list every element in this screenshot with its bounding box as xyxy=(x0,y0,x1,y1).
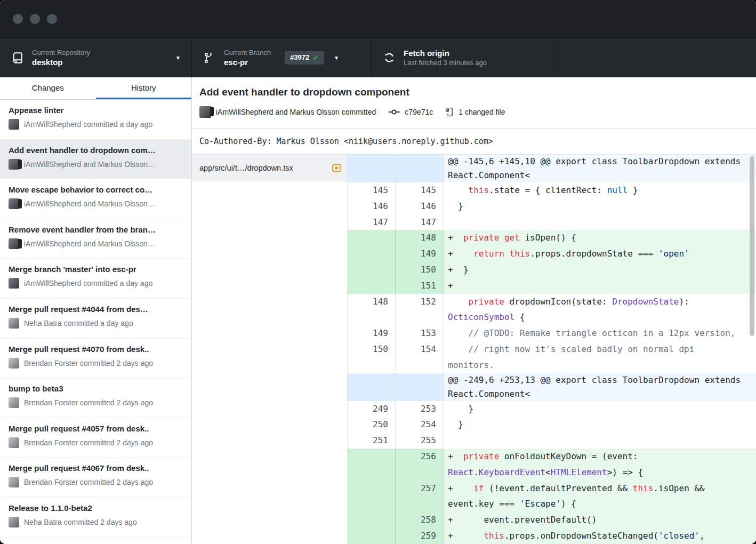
toolbar: Current Repository desktop ▼ Current Bra… xyxy=(0,37,756,77)
new-line-number xyxy=(396,155,444,182)
fetch-origin-button[interactable]: Fetch origin Last fetched 3 minutes ago xyxy=(372,38,554,77)
old-line-number: 147 xyxy=(348,214,396,230)
commit-item-title: Remove event handler from the bran… xyxy=(9,225,183,234)
commit-item-title: Release to 1.1.0-beta2 xyxy=(9,503,183,513)
new-line-number: 154 xyxy=(396,341,444,373)
old-line-number: 251 xyxy=(348,433,396,449)
avatar xyxy=(9,198,19,209)
sync-icon xyxy=(383,52,396,63)
branch-dropdown-button[interactable]: Current Branch esc-pr #3972 ✓ ▼ xyxy=(192,38,372,77)
commit-list-item[interactable]: Merge pull request #4056 from desk.. xyxy=(0,538,191,544)
commit-item-byline: Brendan Forster committed 2 days ago xyxy=(24,398,153,407)
new-line-number: 254 xyxy=(396,417,444,433)
old-line-number xyxy=(348,155,396,182)
commit-list-item[interactable]: Remove event handler from the bran…iAmWi… xyxy=(0,219,191,259)
diff-scrollbar-thumb[interactable] xyxy=(750,156,754,336)
repository-label: Current Repository xyxy=(32,48,90,57)
new-line-number xyxy=(396,373,444,401)
commit-item-title: Merge pull request #4070 from desk.. xyxy=(9,345,183,354)
old-line-number: 146 xyxy=(348,198,396,214)
commit-item-byline: Brendan Forster committed 2 days ago xyxy=(24,478,153,486)
diff-line-content: + this.props.onDropdownStateChanged('clo… xyxy=(444,528,756,544)
avatar xyxy=(9,437,19,448)
diff-line-content: } xyxy=(444,198,756,214)
commit-item-title: Merge branch 'master' into esc-pr xyxy=(9,265,183,274)
diff-row: 149153 // @TODO: Remake triangle octicon… xyxy=(348,325,756,341)
file-path: app/src/ui/t…/dropdown.tsx xyxy=(199,164,332,172)
commit-item-meta: Brendan Forster committed 2 days ago xyxy=(9,437,183,448)
app-window: Current Repository desktop ▼ Current Bra… xyxy=(0,0,756,544)
new-line-number: 149 xyxy=(396,246,444,262)
diff-row: @@ -145,6 +145,10 @@ export class Toolba… xyxy=(348,155,756,182)
old-line-number xyxy=(348,449,396,481)
diff-row: @@ -249,6 +253,13 @@ export class Toolba… xyxy=(348,373,756,401)
diff-line-content: + xyxy=(444,278,756,294)
new-line-number: 151 xyxy=(396,278,444,294)
commit-list-item[interactable]: Merge branch 'master' into esc-priAmWill… xyxy=(0,259,191,299)
commit-item-byline: Brendan Forster committed 2 days ago xyxy=(24,359,153,367)
diff-line-content xyxy=(444,433,756,449)
diff-line-content xyxy=(444,214,756,230)
new-line-number: 257 xyxy=(396,481,444,513)
chevron-down-icon: ▼ xyxy=(175,55,181,61)
diff-row: 148152 private dropdownIcon(state: Dropd… xyxy=(348,294,756,326)
commit-icon xyxy=(388,108,400,116)
tab-history[interactable]: History xyxy=(96,77,192,99)
commit-item-title: Merge pull request #4057 from desk.. xyxy=(9,424,183,433)
commit-list-item[interactable]: Appease linteriAmWillShepherd committed … xyxy=(0,100,191,140)
diff-row: 151+ xyxy=(348,278,756,294)
chevron-down-icon: ▼ xyxy=(334,55,339,61)
titlebar[interactable] xyxy=(0,0,756,37)
commit-list-item[interactable]: Merge pull request #4057 from desk..Bren… xyxy=(0,418,191,458)
avatar xyxy=(9,119,19,130)
avatar xyxy=(9,159,19,170)
commit-list-item[interactable]: Merge pull request #4067 from desk..Bren… xyxy=(0,458,191,498)
new-line-number: 146 xyxy=(396,198,444,214)
commit-sha[interactable]: c79e71c xyxy=(405,108,433,116)
commit-list-item[interactable]: Release to 1.1.0-beta2Neha Batra committ… xyxy=(0,498,191,538)
commit-item-meta: Brendan Forster committed 2 days ago xyxy=(9,358,183,369)
commit-list-item[interactable]: Merge pull request #4044 from des…Neha B… xyxy=(0,299,191,339)
new-line-number: 259 xyxy=(396,528,444,544)
commit-item-byline: Brendan Forster committed 2 days ago xyxy=(24,438,153,447)
commit-item-meta: Neha Batra committed a day ago xyxy=(9,318,183,329)
branch-label: Current Branch xyxy=(224,48,271,57)
minimize-button[interactable] xyxy=(30,14,40,24)
zoom-button[interactable] xyxy=(47,14,57,24)
history-sidebar: Changes History Appease linteriAmWillShe… xyxy=(0,77,192,544)
commit-list-item[interactable]: Add event handler to dropdown com…iAmWil… xyxy=(0,140,191,180)
diff-row: 148+ private get isOpen() { xyxy=(348,230,756,246)
old-line-number: 148 xyxy=(348,294,396,326)
commit-list-item[interactable]: bump to beta3Brendan Forster committed 2… xyxy=(0,378,191,418)
avatar xyxy=(9,397,19,408)
avatar xyxy=(9,238,19,249)
file-row[interactable]: app/src/ui/t…/dropdown.tsx xyxy=(192,155,347,181)
changed-files-list: app/src/ui/t…/dropdown.tsx xyxy=(192,155,348,544)
commit-item-title: bump to beta3 xyxy=(9,384,183,393)
commit-item-byline: iAmWillShepherd and Markus Olsson… xyxy=(24,160,155,169)
commit-item-byline: Neha Batra committed a day ago xyxy=(24,319,133,327)
diff-line-content: } xyxy=(444,401,756,417)
commit-item-title: Merge pull request #4044 from des… xyxy=(9,305,183,314)
diff-row: 258+ event.preventDefault() xyxy=(348,512,756,528)
diff-line-content: + return this.props.dropdownState === 'o… xyxy=(444,246,756,262)
diff-row: 259+ this.props.onDropdownStateChanged('… xyxy=(348,528,756,544)
commit-list-item[interactable]: Merge pull request #4070 from desk..Bren… xyxy=(0,339,191,379)
diff-line-content: + } xyxy=(444,262,756,278)
commit-item-meta: Brendan Forster committed 2 days ago xyxy=(9,477,183,487)
check-icon: ✓ xyxy=(312,53,319,62)
commit-item-meta: iAmWillShepherd and Markus Olsson… xyxy=(9,159,183,170)
diff-row: 251255 xyxy=(348,433,756,449)
close-button[interactable] xyxy=(13,14,23,24)
commit-item-byline: iAmWillShepherd and Markus Olsson… xyxy=(24,239,155,248)
avatar xyxy=(9,477,19,487)
fetch-title: Fetch origin xyxy=(404,48,487,58)
commit-item-byline: iAmWillShepherd committed a day ago xyxy=(24,279,152,287)
new-line-number: 255 xyxy=(396,433,444,449)
commit-item-meta: iAmWillShepherd and Markus Olsson… xyxy=(9,238,183,249)
commit-list-item[interactable]: Move escape behavior to correct co…iAmWi… xyxy=(0,179,191,219)
repo-icon xyxy=(12,52,25,64)
repository-dropdown-button[interactable]: Current Repository desktop ▼ xyxy=(0,38,192,77)
tab-changes[interactable]: Changes xyxy=(0,77,96,99)
commit-title: Add event handler to dropdown component xyxy=(199,86,747,98)
